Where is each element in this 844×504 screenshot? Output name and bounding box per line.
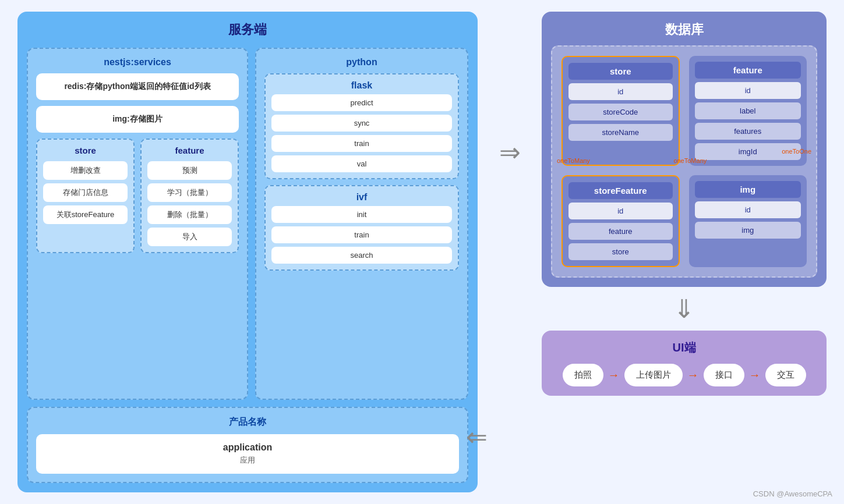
right-arrow-1: ⇒ (499, 140, 521, 165)
db-img-title: img (695, 181, 801, 198)
db-store-id: id (568, 83, 673, 100)
product-title: 产品名称 (36, 416, 459, 428)
relation-onetoone: oneToOne (782, 148, 811, 155)
right-section: 数据库 store id storeCode storeName feature… (542, 12, 827, 492)
db-img-table: img id img (689, 175, 807, 267)
nestjs-title: nestjs:services (36, 57, 239, 68)
ui-step-1: 上传图片 (624, 364, 683, 386)
product-panel: 产品名称 application 应用 (27, 407, 468, 483)
left-arrow: ⇐ (466, 422, 488, 452)
ui-panel: UI端 拍照 → 上传图片 → 接口 → 交互 (542, 331, 827, 396)
flask-item-2: train (271, 135, 452, 152)
redis-card: redis:存储python端返回的特征值id列表 (36, 73, 239, 100)
ivf-item-1: train (271, 226, 452, 243)
ivf-item-2: search (271, 247, 452, 264)
store-item-0: 增删改查 (43, 161, 128, 180)
server-panel: 服务端 nestjs:services redis:存储python端返回的特征… (17, 12, 478, 492)
db-store-code: storeCode (568, 104, 673, 120)
db-store-name: storeName (568, 124, 673, 141)
store-item-1: 存储门店信息 (43, 183, 128, 202)
db-inner: store id storeCode storeName feature id … (551, 45, 817, 278)
flask-title: flask (271, 80, 452, 91)
python-box: python flask predict sync train val ivf … (255, 48, 468, 400)
flask-box: flask predict sync train val (264, 73, 459, 179)
db-storefeature-feature: feature (568, 223, 673, 240)
db-storefeature-store: store (568, 243, 673, 260)
relation-onetomany-2: oneToMany (673, 157, 707, 164)
product-inner: application 应用 (36, 434, 459, 474)
feature-item-1: 学习（批量） (147, 183, 232, 202)
python-title: python (264, 57, 459, 68)
store-box: store 增删改查 存储门店信息 关联storeFeature (36, 139, 135, 253)
flask-item-1: sync (271, 115, 452, 132)
img-card: img:存储图片 (36, 106, 239, 133)
feature-item-0: 预测 (147, 161, 232, 180)
relation-onetomany-1: oneToMany (557, 157, 590, 164)
feature-box: feature 预测 学习（批量） 删除（批量） 导入 (140, 139, 239, 253)
db-storefeature-title: storeFeature (568, 182, 673, 199)
db-title: 数据库 (551, 21, 817, 38)
ivf-item-0: init (271, 206, 452, 223)
db-feature-label: label (695, 102, 801, 119)
ui-title: UI端 (553, 340, 815, 356)
db-storefeature-id: id (568, 203, 673, 219)
flow-arrow-1: → (687, 368, 699, 382)
nestjs-box: nestjs:services redis:存储python端返回的特征值id列… (27, 48, 248, 400)
ivf-box: ivf init train search (264, 185, 459, 271)
ivf-title: ivf (271, 192, 452, 203)
db-img-id: id (695, 201, 801, 218)
product-main: application (44, 442, 451, 453)
ui-step-2: 接口 (704, 364, 744, 386)
ui-flow: 拍照 → 上传图片 → 接口 → 交互 (553, 364, 815, 386)
feature-item-2: 删除（批量） (147, 205, 232, 224)
db-store-table: store id storeCode storeName (562, 56, 680, 166)
db-feature-title: feature (695, 62, 801, 79)
flask-item-0: predict (271, 94, 452, 111)
ui-step-3: 交互 (765, 364, 806, 386)
server-title: 服务端 (27, 21, 468, 38)
feature-title: feature (147, 145, 232, 155)
down-arrow: ⇓ (542, 294, 827, 324)
store-item-2: 关联storeFeature (43, 205, 128, 224)
flow-arrow-2: → (749, 368, 761, 382)
ui-step-0: 拍照 (563, 364, 603, 386)
db-feature-features: features (695, 123, 801, 140)
db-img-img: img (695, 222, 801, 239)
flask-item-3: val (271, 155, 452, 172)
db-feature-id: id (695, 82, 801, 99)
store-title: store (43, 145, 128, 155)
watermark: CSDN @AwesomeCPA (753, 489, 832, 498)
db-store-title: store (568, 63, 673, 80)
db-storefeature-table: storeFeature id feature store (562, 175, 680, 267)
flow-arrow-0: → (608, 368, 620, 382)
db-panel: 数据库 store id storeCode storeName feature… (542, 12, 827, 287)
feature-item-3: 导入 (147, 228, 232, 246)
product-sub: 应用 (44, 455, 451, 466)
